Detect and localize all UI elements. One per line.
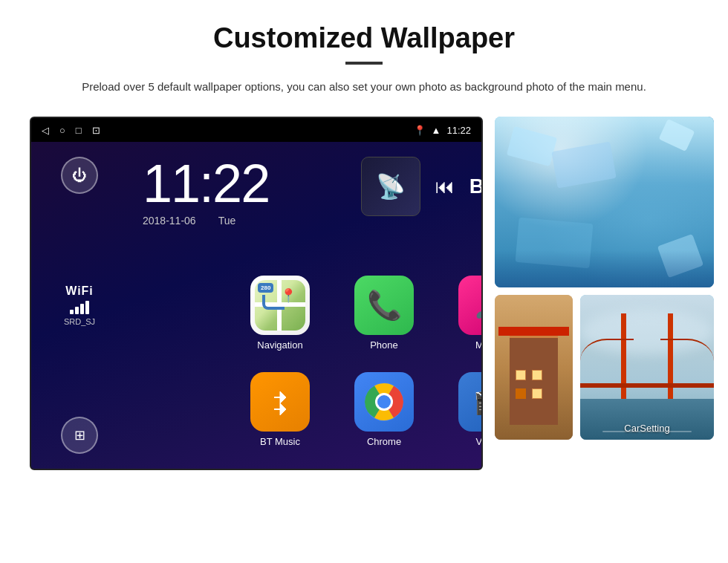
wifi-bar-2 [75, 307, 79, 314]
video-label: Video [475, 436, 483, 447]
home-icon[interactable]: ○ [59, 125, 65, 136]
wallpaper-ice-cave[interactable] [495, 117, 714, 287]
bridge-deck [580, 383, 714, 388]
clock-date: 2018-11-06 Tue [143, 215, 483, 227]
video-icon: 🎬 [458, 372, 483, 432]
media-b-label[interactable]: B [469, 175, 483, 198]
music-icon: 🎵 [458, 276, 483, 335]
music-label: Music [475, 339, 483, 351]
app-grid: 280 📍 Navigation 📞 Phone [232, 268, 477, 454]
window-4 [532, 388, 542, 399]
btmusic-label: BT Music [260, 436, 300, 447]
nav-route-badge: 280 [258, 283, 273, 293]
content-row: ◁ ○ □ ⊡ 📍 ▲ 11:22 ⏻ WiFi [30, 117, 698, 470]
app-item-music[interactable]: 🎵 Music [440, 268, 483, 357]
bluetooth-svg [265, 387, 295, 417]
window-1 [516, 370, 526, 380]
screenshot-icon[interactable]: ⊡ [92, 125, 100, 136]
status-time: 11:22 [446, 125, 471, 136]
app-item-navigation[interactable]: 280 📍 Navigation [232, 268, 328, 357]
left-sidebar: ⏻ WiFi SRD_SJ ⊞ [31, 142, 128, 469]
wifi-icon: ▲ [432, 125, 441, 136]
navigation-label: Navigation [257, 339, 302, 351]
chrome-svg [365, 383, 403, 421]
android-screen: ◁ ○ □ ⊡ 📍 ▲ 11:22 ⏻ WiFi [30, 117, 483, 470]
wallpaper-architecture[interactable] [495, 295, 573, 440]
right-photos-panel: CarSetting [495, 117, 714, 440]
app-item-chrome[interactable]: Chrome [336, 365, 432, 454]
media-controls: ⏮ B [435, 175, 483, 198]
navigation-icon: 280 📍 [250, 276, 310, 335]
phone-icon: 📞 [354, 276, 414, 335]
page-description: Preload over 5 default wallpaper options… [74, 78, 654, 96]
recents-icon[interactable]: □ [76, 125, 82, 136]
status-right-icons: 📍 ▲ 11:22 [414, 125, 471, 136]
location-icon: 📍 [414, 125, 426, 136]
wifi-bars [64, 301, 95, 314]
awning [498, 327, 569, 336]
location-pin-icon: 📍 [280, 287, 296, 304]
ice-shapes [495, 117, 714, 287]
wifi-bar-1 [70, 310, 74, 314]
apps-button[interactable]: ⊞ [61, 417, 98, 454]
back-icon[interactable]: ◁ [42, 125, 49, 136]
wifi-bar-3 [80, 304, 84, 314]
wallpaper-bottom-row: CarSetting [495, 295, 714, 440]
title-divider [345, 62, 383, 65]
wallpaper-bridge[interactable]: CarSetting [580, 295, 714, 440]
wifi-bar-4 [85, 301, 89, 314]
app-item-video[interactable]: 🎬 Video [440, 365, 483, 454]
chrome-icon [354, 372, 414, 432]
top-right-icons: 📡 ⏮ B [361, 157, 483, 216]
date-text: 2018-11-06 [143, 215, 196, 227]
carsetting-label: CarSetting [624, 423, 669, 434]
window-2 [532, 370, 542, 380]
phone-label: Phone [370, 339, 398, 351]
signal-broadcast-icon: 📡 [376, 172, 406, 201]
status-left-icons: ◁ ○ □ ⊡ [42, 125, 100, 136]
power-button[interactable]: ⏻ [61, 157, 98, 194]
chrome-label: Chrome [367, 436, 401, 447]
status-bar: ◁ ○ □ ⊡ 📍 ▲ 11:22 [31, 118, 481, 142]
app-item-phone[interactable]: 📞 Phone [336, 268, 432, 357]
center-area: 11:22 2018-11-06 Tue 📡 [128, 142, 483, 469]
page-title: Customized Wallpaper [30, 22, 698, 54]
svg-point-2 [377, 395, 391, 409]
window-3 [516, 388, 526, 399]
bluetooth-icon [250, 372, 310, 432]
android-main: ⏻ WiFi SRD_SJ ⊞ [31, 142, 481, 469]
signal-widget[interactable]: 📡 [361, 157, 420, 216]
app-item-btmusic[interactable]: BT Music [232, 365, 328, 454]
cable-right [660, 339, 714, 383]
wifi-label: WiFi [64, 284, 95, 298]
building-facade [510, 336, 558, 425]
prev-track-icon[interactable]: ⏮ [435, 175, 455, 198]
wifi-ssid: SRD_SJ [64, 317, 95, 326]
cable-left [580, 339, 634, 383]
wifi-info: WiFi SRD_SJ [64, 284, 95, 326]
day-text: Tue [218, 215, 236, 227]
